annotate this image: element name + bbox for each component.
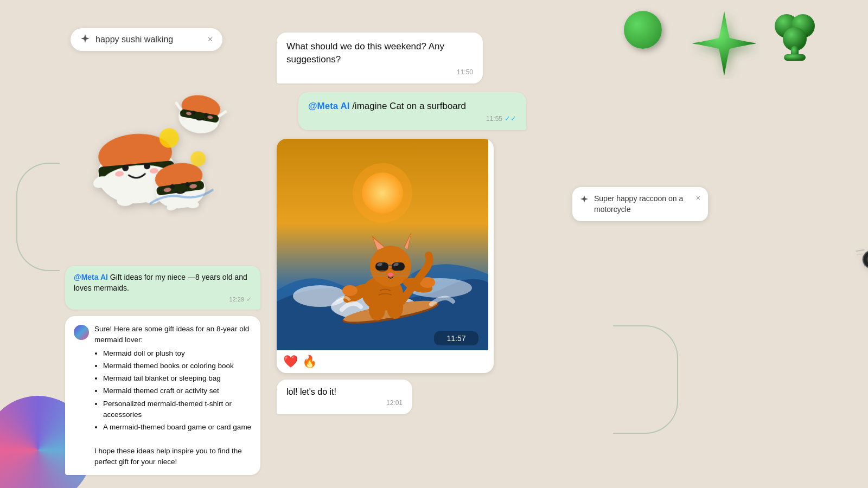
message-meta-lol: 12:01 [286,399,403,407]
svg-line-25 [175,103,182,110]
incoming-message-lol: lol! let's do it! 12:01 [277,380,412,414]
svg-point-63 [342,285,358,296]
raccoon-search-bar[interactable]: Super happy raccoon on a motorcycle × [572,187,708,221]
green-club-shape [765,5,825,65]
outgoing-message-imagine: @Meta AI /imagine Cat on a surfboard 11:… [298,92,526,131]
sushi-sticker-small-2 [142,142,216,216]
svg-rect-4 [784,54,806,61]
svg-text:11:57: 11:57 [446,334,465,343]
green-star-shape [689,8,760,79]
decorative-curve-right [613,325,678,434]
cat-surfing-image: 11:57 [277,139,488,350]
gift-list: Mermaid doll or plush toy Mermaid themed… [103,348,252,433]
outgoing-gift-message: @Meta AI Gift ideas for my niece —8 year… [65,266,260,310]
gift-message-time: 12:29 [229,296,244,303]
ai-response-intro: Sure! Here are some gift ideas for an 8-… [94,325,249,344]
message-time-lol: 12:01 [386,399,403,407]
gift-item-2: Mermaid themed books or coloring book [103,361,252,371]
sushi-sticker-small-1 [169,77,232,140]
message-time-1: 11:50 [286,68,473,76]
ai-avatar [74,325,89,340]
gift-item-6: A mermaid-themed board game or card game [103,422,252,433]
svg-line-90 [856,250,865,252]
sushi-search-bar[interactable]: happy sushi walking × [71,28,222,51]
ai-sparkle-icon [80,34,90,46]
raccoon-sticker-1 [850,213,868,281]
sushi-search-text: happy sushi walking [95,35,202,44]
sushi-search-close[interactable]: × [208,35,213,44]
svg-point-39 [362,172,403,214]
gift-item-3: Mermaid tail blanket or sleeping bag [103,373,252,384]
green-circle-shape [624,11,662,49]
raccoon-search-text: Super happy raccoon on a motorcycle [594,194,688,215]
read-receipt-2: ✓✓ [505,114,516,123]
raccoon-sticker-3 [865,301,868,372]
ai-response-content: Sure! Here are some gift ideas for an 8-… [94,324,252,467]
reactions-bar[interactable]: ❤️ 🔥 [277,350,494,373]
message-text-lol: lol! let's do it! [286,387,403,397]
decorative-curve-left [16,163,60,271]
main-chat-area: What should we do this weekend? Any sugg… [277,33,526,414]
left-chat-area: @Meta AI Gift ideas for my niece —8 year… [65,266,260,475]
gift-message-meta: 12:29 ✓ [74,296,252,303]
svg-point-57 [388,273,393,277]
raccoon-search-close[interactable]: × [696,194,700,202]
message-time-2: 11:55 [486,115,502,123]
raccoon-ai-sparkle-icon [580,195,589,205]
meta-ai-mention: @Meta AI [308,101,349,111]
gift-message-text: @Meta AI Gift ideas for my niece —8 year… [74,272,252,293]
gift-item-4: Mermaid themed craft or activity set [103,386,252,396]
reaction-heart[interactable]: ❤️ [283,355,298,369]
svg-line-26 [219,111,226,117]
ai-generated-image-message[interactable]: 11:57 ❤️ 🔥 [277,139,494,373]
incoming-message-1: What should we do this weekend? Any sugg… [277,33,483,84]
message-text-1: What should we do this weekend? Any sugg… [286,40,473,66]
gift-read-receipt: ✓ [246,296,252,303]
svg-point-66 [369,299,385,320]
message-text-2: @Meta AI /imagine Cat on a surfboard [308,100,516,113]
meta-ai-mention-gift: @Meta AI [74,273,108,281]
reaction-fire[interactable]: 🔥 [302,355,317,369]
ai-response-outro: I hope these ideas help inspire you to f… [94,447,242,466]
message-body-2: /imagine Cat on a surfboard [352,101,466,111]
gift-item-1: Mermaid doll or plush toy [103,348,252,359]
ai-gift-response: Sure! Here are some gift ideas for an 8-… [65,316,260,475]
svg-line-91 [857,254,863,255]
message-meta-2: 11:55 ✓✓ [308,114,516,123]
gift-item-5: Personalized mermaid-themed t-shirt or a… [103,399,252,421]
